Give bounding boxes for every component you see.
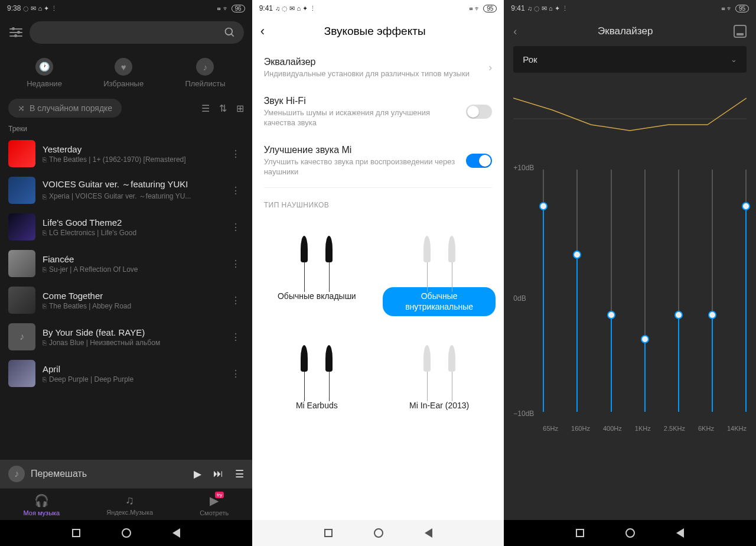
eq-slider[interactable] xyxy=(678,170,679,412)
track-more-icon[interactable]: ⋮ xyxy=(227,145,244,163)
nav-back[interactable] xyxy=(676,528,684,538)
nav-home[interactable] xyxy=(374,528,383,538)
track-more-icon[interactable]: ⋮ xyxy=(227,328,244,346)
next-icon[interactable]: ⏭ xyxy=(213,468,223,480)
tab-watch[interactable]: try▶Смотреть xyxy=(200,493,229,516)
status-time: 9:41 xyxy=(259,4,273,12)
note-icon: ♪ xyxy=(196,58,214,76)
play-icon[interactable]: ▶ xyxy=(194,468,201,480)
setting-row[interactable]: Звук Hi-Fi Уменьшить шумы и искажения дл… xyxy=(252,87,504,136)
toggle-switch[interactable] xyxy=(466,105,492,119)
slider-thumb[interactable] xyxy=(674,311,683,319)
track-subtitle: Su-jer | A Reflection Of Love xyxy=(43,265,220,274)
save-preset-icon[interactable] xyxy=(734,25,747,38)
now-playing-art: ♪ xyxy=(8,466,25,482)
back-button[interactable]: ‹ xyxy=(260,24,272,39)
track-row[interactable]: VOICES Guitar ver. ～featuring YUKI Xperi… xyxy=(0,172,252,209)
category-playlists[interactable]: ♪Плейлисты xyxy=(185,58,225,88)
track-subtitle: Xperia | VOICES Guitar ver. ～featuring Y… xyxy=(43,191,220,202)
track-list: Yesterday The Beatles | 1+ (1962-1970) [… xyxy=(0,135,252,460)
svg-point-0 xyxy=(225,28,232,35)
queue-icon[interactable]: ☰ xyxy=(235,468,244,480)
preset-value: Рок xyxy=(523,54,537,64)
eq-response-curve xyxy=(513,83,747,154)
freq-label: 2.5KHz xyxy=(664,425,685,432)
tab-yandex[interactable]: ♫Яндекс.Музыка xyxy=(106,493,153,516)
headphone-option[interactable]: Обычные внутриканальные xyxy=(383,216,496,316)
track-more-icon[interactable]: ⋮ xyxy=(227,291,244,310)
track-row[interactable]: Come Together The Beatles | Abbey Road ⋮ xyxy=(0,282,252,318)
search-input[interactable] xyxy=(30,21,244,44)
track-row[interactable]: Fiancée Su-jer | A Reflection Of Love ⋮ xyxy=(0,245,252,282)
equalizer-sliders: +10dB 0dB −10dB 65Hz160Hz400Hz1KHz2.5KHz… xyxy=(513,164,747,436)
now-playing-bar[interactable]: ♪ Перемешать ▶ ⏭ ☰ xyxy=(0,460,252,488)
setting-row[interactable]: Улучшение звука Mi Улучшить качество зву… xyxy=(252,136,504,186)
tab-my-music[interactable]: 🎧Моя музыка xyxy=(23,493,60,516)
track-more-icon[interactable]: ⋮ xyxy=(227,255,244,273)
settings-icon[interactable] xyxy=(8,28,24,37)
freq-label: 65Hz xyxy=(543,425,558,432)
eq-slider[interactable] xyxy=(712,170,713,412)
album-art xyxy=(8,140,35,167)
setting-row[interactable]: Эквалайзер Индивидуальные установки для … xyxy=(252,48,504,87)
eq-slider[interactable] xyxy=(644,170,646,412)
track-more-icon[interactable]: ⋮ xyxy=(227,365,244,383)
headphone-label: Mi Earbuds xyxy=(289,396,345,415)
slider-thumb[interactable] xyxy=(708,311,716,319)
category-favorites[interactable]: ♥Избранные xyxy=(103,58,144,88)
track-row[interactable]: Life's Good Theme2 LG Electronics | Life… xyxy=(0,209,252,245)
setting-title: Улучшение звука Mi xyxy=(264,145,460,155)
slider-thumb[interactable] xyxy=(607,311,615,319)
track-row[interactable]: April Deep Purple | Deep Purple ⋮ xyxy=(0,355,252,392)
nav-home[interactable] xyxy=(625,528,635,538)
setting-desc: Улучшить качество звука при воспроизведе… xyxy=(264,157,460,177)
headphone-image xyxy=(410,216,469,281)
track-more-icon[interactable]: ⋮ xyxy=(227,181,244,200)
grid-icon[interactable]: ⊞ xyxy=(236,103,244,114)
chevron-down-icon: ⌄ xyxy=(731,55,737,64)
setting-desc: Уменьшить шумы и искажения для улучшения… xyxy=(264,108,460,128)
nav-recents[interactable] xyxy=(72,529,80,537)
slider-thumb[interactable] xyxy=(641,335,649,343)
eq-slider[interactable] xyxy=(611,170,612,412)
phone-music: 9:38 ◌ ✉ ⌂ ✦ ⋮ ⌧ ᯤ 96 🕐Недавние ♥Избранн… xyxy=(0,0,252,546)
status-bar: 9:41 ♫ ◌ ✉ ⌂ ✦ ⋮ ⌧ ᯤ 95 xyxy=(504,0,756,17)
db-min-label: −10dB xyxy=(513,410,534,418)
sort-icon[interactable]: ⇅ xyxy=(219,103,227,114)
page-title: Звуковые эффекты xyxy=(272,25,496,38)
headphone-option[interactable]: Обычные вкладыши xyxy=(260,216,373,316)
music-service-icon: ♫ xyxy=(125,493,134,507)
nav-back[interactable] xyxy=(425,528,432,538)
nav-back[interactable] xyxy=(172,528,180,538)
slider-thumb[interactable] xyxy=(539,202,548,210)
slider-thumb[interactable] xyxy=(573,251,581,259)
album-art: ♪ xyxy=(8,323,35,350)
headphone-option[interactable]: Mi Earbuds xyxy=(260,326,373,415)
eq-slider[interactable] xyxy=(576,170,578,412)
headphone-label: Обычные внутриканальные xyxy=(383,287,496,316)
category-recent[interactable]: 🕐Недавние xyxy=(27,58,62,88)
freq-label: 400Hz xyxy=(603,425,622,432)
nav-recents[interactable] xyxy=(576,529,584,537)
album-art xyxy=(8,287,35,314)
eq-slider[interactable] xyxy=(745,170,747,412)
shuffle-icon: ⤨ xyxy=(18,103,25,113)
track-row[interactable]: Yesterday The Beatles | 1+ (1962-1970) [… xyxy=(0,135,252,172)
slider-thumb[interactable] xyxy=(742,202,750,210)
settings-list: Эквалайзер Индивидуальные установки для … xyxy=(252,48,504,185)
shuffle-button[interactable]: ⤨ В случайном порядке xyxy=(8,99,122,118)
eq-slider[interactable] xyxy=(543,170,544,412)
nav-recents[interactable] xyxy=(324,529,333,537)
list-icon[interactable]: ☰ xyxy=(201,103,210,114)
track-title: April xyxy=(43,364,220,374)
track-more-icon[interactable]: ⋮ xyxy=(227,218,244,236)
svg-line-1 xyxy=(231,34,233,37)
track-row[interactable]: ♪ By Your Side (feat. RAYE) Jonas Blue |… xyxy=(0,318,252,355)
preset-dropdown[interactable]: Рок ⌄ xyxy=(513,46,747,73)
nav-home[interactable] xyxy=(122,528,131,538)
track-title: Come Together xyxy=(43,291,220,301)
track-subtitle: LG Electronics | Life's Good xyxy=(43,229,220,237)
album-art xyxy=(8,177,35,204)
headphone-option[interactable]: Mi In-Ear (2013) xyxy=(383,326,496,415)
toggle-switch[interactable] xyxy=(466,154,492,168)
